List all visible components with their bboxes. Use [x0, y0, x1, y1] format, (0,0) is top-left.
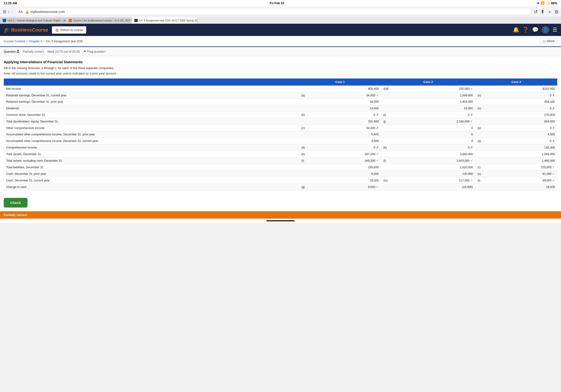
case2-letter: (l) — [381, 157, 411, 164]
case2-value: 63,000 — [411, 105, 475, 112]
menu-icon[interactable]: ☰ — [552, 27, 557, 33]
case1-letter — [299, 171, 324, 177]
breadcrumb-assignment: Ch. 5 Assignment due 2/26 — [46, 40, 82, 43]
case2-letter — [381, 164, 411, 171]
case1-letter: (e) — [299, 151, 324, 157]
case2-value: 135,000 — [411, 171, 475, 177]
user-avatar[interactable]: 👤 — [542, 26, 549, 34]
chat-icon[interactable]: 💬 — [532, 27, 539, 33]
lock-icon: 🔒 — [25, 10, 29, 14]
tab-ch5[interactable]: Ch. 5 Assignment due 2/26 | ACCT 5000 Sp… — [131, 17, 197, 23]
refresh-icon[interactable]: ↺ — [534, 9, 538, 15]
question-title: Applying Interrelations of Financial Sta… — [4, 60, 557, 64]
case1-value: 0 ✗ — [324, 144, 381, 151]
table-row: Retained earnings, December 31, current … — [4, 92, 557, 99]
table-row: Dividends 14,400 63,000 (o) 0 ✗ — [4, 105, 557, 112]
check-button[interactable]: Check — [4, 198, 27, 207]
case3-letter — [475, 144, 500, 151]
case1-value: 367,200 ✓ — [324, 151, 381, 157]
tabs-icon[interactable]: ⧉ — [555, 9, 558, 15]
case1-value: 165,600 — [324, 164, 381, 171]
flag-question-button[interactable]: ⚑ Flag question — [83, 50, 106, 53]
case3-value: 0 ✗ — [500, 105, 557, 112]
return-btn-label: Return to course — [60, 28, 83, 32]
case2-value: 0 — [411, 125, 475, 131]
wifi-icon: 📶 — [541, 1, 545, 5]
cross-icon: ✗ — [470, 146, 473, 149]
partially-correct-footer: Partially correct — [0, 211, 561, 218]
case2-value: (18,000) — [411, 184, 475, 190]
case3-letter — [475, 99, 500, 105]
breadcrumb-chapter5[interactable]: Chapter 5 — [29, 40, 42, 43]
case1-value: 54,000 ✓ — [324, 92, 381, 99]
case2-letter: (m) — [381, 177, 411, 184]
case3-value: 0 ✗ — [500, 92, 557, 99]
check-icon: ✓ — [552, 165, 555, 169]
airplane-icon: ✈ — [537, 1, 539, 5]
row-label: Retained earnings, December 31, current … — [4, 92, 299, 99]
case2-letter — [381, 184, 411, 190]
row-label: Cash, December 31, prior year — [4, 171, 299, 177]
question-status: Partially correct — [23, 50, 44, 53]
share-icon[interactable]: ⬆ — [540, 9, 545, 15]
case3-value: 864,000 — [500, 118, 557, 125]
case3-value: 720,000 ✓ — [500, 164, 557, 171]
case3-value: 81,000 ✓ — [500, 171, 557, 177]
case3-letter: (n) — [475, 92, 500, 99]
table-row: Net income $50,400 (h)$ 225,000 ✓ $162,0… — [4, 86, 557, 92]
table-row: Retained earnings, December 31, prior ye… — [4, 99, 557, 105]
case2-value: 1,620,000 — [411, 164, 475, 171]
question-header: Question 2 Partially correct Mark 13.75 … — [0, 47, 561, 56]
tab-xls[interactable]: Course Link [myBusinessCourse] – XLS GP_… — [66, 17, 131, 23]
ebook-button[interactable]: 📖 eBook — [540, 38, 557, 44]
table-row: Cash, December 31, current year 18,000 (… — [4, 177, 557, 184]
status-bar: 11:25 AM Fri Feb 23 ✈ 📶 🌙 88% — [0, 0, 561, 6]
tab-ant[interactable]: Unit 2 – Human Biological and Cultural O… — [0, 17, 66, 23]
case2-value: 2,340,000 ✓ — [411, 118, 475, 125]
sidebar-toggle-icon[interactable]: ⊞ — [3, 9, 6, 14]
back-icon[interactable]: ‹ — [8, 9, 10, 14]
forward-icon[interactable]: › — [11, 9, 13, 14]
bottom-bar — [0, 218, 561, 223]
new-tab-icon[interactable]: ＋ — [547, 9, 552, 15]
case3-value: 18,000 — [500, 184, 557, 190]
home-icon: 🏠 — [55, 28, 59, 32]
text-size-icon[interactable]: AA — [18, 10, 23, 14]
table-row: Other comprehensive income (c) 54,000 ✗ … — [4, 125, 557, 131]
browser-nav-icons: ⊞ ‹ › — [3, 9, 13, 14]
case2-letter: (i) — [381, 112, 411, 118]
case2-value: 0 — [411, 138, 475, 144]
breadcrumb-course-content[interactable]: Course Content — [4, 40, 25, 43]
return-to-course-button[interactable]: 🏠 Return to course — [52, 26, 86, 34]
case1-value: 18,000 — [324, 177, 381, 184]
cross-icon: ✗ — [376, 146, 379, 149]
battery-icon: 88% — [551, 1, 557, 5]
notification-icon[interactable]: 🔔 — [513, 27, 519, 33]
question-desc: Fill in the missing amounts, a through t… — [4, 66, 557, 70]
tab-label-ant: Unit 2 – Human Biological and Cultural O… — [8, 19, 66, 22]
address-bar[interactable]: AA 🔒 mybusinesscourse.com — [15, 8, 531, 15]
browser-actions: ↺ ⬆ ＋ ⧉ — [534, 9, 558, 15]
case3-letter: (p) — [475, 125, 500, 131]
case3-letter: (r) — [475, 164, 500, 171]
case1-letter: (c) — [299, 125, 324, 131]
case2-value: 0 ✗ — [411, 112, 475, 118]
question-mark: Mark 13.75 out of 25.00 — [47, 50, 80, 53]
col-header-label — [4, 78, 299, 86]
col-header-case3: Case 3 — [475, 78, 557, 86]
case1-value: 9,000 — [324, 171, 381, 177]
table-row: Total liabilities, December 31 165,600 1… — [4, 164, 557, 171]
case3-value: 0 ✗ — [500, 138, 557, 144]
home-indicator — [266, 220, 295, 221]
case3-value: 99,000 ✓ — [500, 177, 557, 184]
help-icon[interactable]: ❓ — [522, 27, 529, 33]
tab-label-ch5: Ch. 5 Assignment due 2/26 | ACCT 5000 Sp… — [139, 19, 197, 22]
case1-letter: (a) — [299, 92, 324, 99]
case1-letter: (b) — [299, 112, 324, 118]
case2-value: 225,000 ✓ — [411, 86, 475, 92]
case2-letter — [381, 138, 411, 144]
moon-icon: 🌙 — [546, 1, 550, 5]
case1-letter — [299, 164, 324, 171]
case3-letter — [475, 131, 500, 138]
tabs-bar: Unit 2 – Human Biological and Cultural O… — [0, 17, 561, 24]
